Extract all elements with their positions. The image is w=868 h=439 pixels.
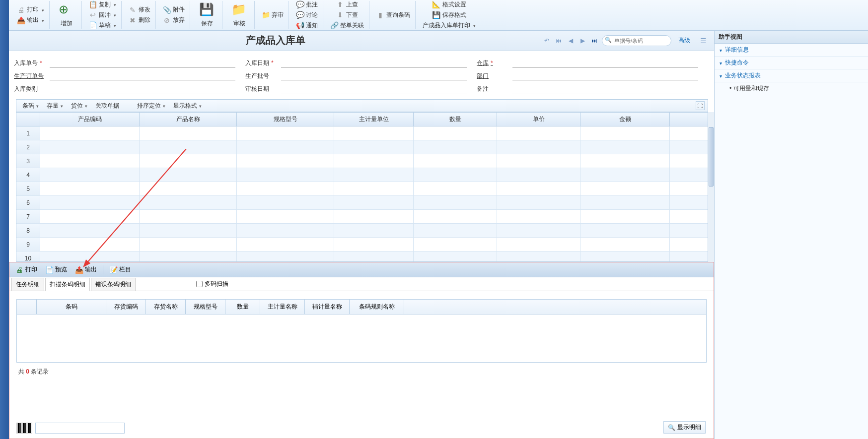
attach-icon: 📎 [163, 6, 171, 14]
prodorder-input[interactable] [50, 71, 235, 80]
undo-icon[interactable]: ↶ [542, 36, 551, 45]
indate-input[interactable] [281, 59, 467, 67]
warehouse-label: 仓库* [477, 59, 512, 67]
save-format-button[interactable]: 💾保存格式 [431, 10, 468, 20]
table-row[interactable]: 9 [16, 238, 708, 251]
inno-input[interactable] [50, 59, 235, 67]
sub-export[interactable]: 📤输出 [72, 264, 100, 275]
draft-button[interactable]: 📄草稿 [87, 20, 118, 31]
col-code[interactable]: 产品编码 [40, 113, 140, 126]
format-button[interactable]: 📐格式设置 [431, 0, 468, 10]
discuss-button[interactable]: 💬讨论 [294, 10, 320, 20]
approve-button[interactable]: 💬批注 [294, 0, 320, 10]
export-button[interactable]: 📤输出 [15, 15, 46, 25]
copy-icon: 📋 [89, 0, 97, 8]
next-icon[interactable]: ▶ [578, 36, 587, 45]
gt-sort[interactable]: 排序定位 [134, 101, 168, 111]
col-unit[interactable]: 主计量单位 [334, 113, 414, 126]
multiscan-input[interactable] [196, 281, 203, 287]
print-template-button[interactable]: 产成品入库单打印 [421, 20, 478, 31]
reject-button[interactable]: 📁弃审 [260, 10, 286, 20]
last-icon[interactable]: ⏭ [590, 36, 599, 45]
sg-rule[interactable]: 条码规则名称 [350, 300, 404, 314]
grid-body: 12345678910 [16, 126, 708, 261]
sg-invcode[interactable]: 存货编码 [106, 300, 146, 314]
sg-barcode[interactable]: 条码 [37, 300, 106, 314]
gt-barcode[interactable]: 条码 [19, 101, 42, 111]
table-row[interactable]: 1 [16, 126, 708, 140]
gt-stock[interactable]: 存量 [44, 101, 66, 111]
search-input[interactable] [602, 35, 671, 46]
sg-invname[interactable]: 存货名称 [146, 300, 186, 314]
expand-icon[interactable]: ⛶ [696, 101, 705, 110]
sg-mainunit[interactable]: 主计量名称 [260, 300, 305, 314]
sub-print[interactable]: 🖨打印 [12, 264, 40, 275]
warehouse-input[interactable] [512, 59, 698, 67]
discuss-icon: 💬 [296, 11, 304, 19]
scroll-thumb[interactable] [709, 127, 714, 187]
col-amount[interactable]: 金额 [580, 113, 670, 126]
add-button[interactable]: ⊕增加 [55, 0, 78, 30]
list-view-icon[interactable]: ☰ [698, 36, 708, 46]
col-name[interactable]: 产品名称 [140, 113, 237, 126]
table-row[interactable]: 4 [16, 168, 708, 182]
rp-sub-item[interactable]: 可用量和现存 [715, 82, 868, 95]
document-title: 产成品入库单 [9, 34, 542, 47]
rp-detail[interactable]: 详细信息 [715, 44, 868, 57]
form-area: 入库单号* 入库日期* 仓库* 生产订单号 生产批号 部门 入库类别 审核日期 … [14, 57, 708, 98]
attach-button[interactable]: 📎附件 [161, 4, 187, 15]
table-row[interactable]: 5 [16, 182, 708, 196]
sub-preview[interactable]: 📄预览 [42, 264, 70, 275]
table-row[interactable]: 6 [16, 196, 708, 210]
review-button[interactable]: 📁审核 [227, 0, 251, 30]
tab-error[interactable]: 错误条码明细 [91, 278, 136, 291]
sub-footer: 共 0 条记录 [9, 366, 714, 378]
barcode-input[interactable] [35, 423, 125, 434]
table-row[interactable]: 8 [16, 224, 708, 238]
table-row[interactable]: 7 [16, 210, 708, 224]
sg-auxunit[interactable]: 辅计量名称 [305, 300, 350, 314]
gt-loc[interactable]: 货位 [68, 101, 90, 111]
multiscan-checkbox[interactable]: 多码扫描 [196, 280, 228, 288]
table-row[interactable]: 2 [16, 140, 708, 154]
rp-bizstate[interactable]: 业务状态报表 [715, 69, 868, 82]
sub-cols[interactable]: 📝栏目 [106, 264, 134, 275]
relate-button[interactable]: 🔗整单关联 [328, 20, 366, 31]
gt-dispfmt[interactable]: 显示格式 [170, 101, 205, 111]
grid-scrollbar[interactable] [708, 112, 714, 262]
remark-input[interactable] [512, 84, 698, 93]
lookdown-button[interactable]: ⬇下查 [334, 10, 360, 20]
dept-input[interactable] [512, 71, 698, 80]
revert-button[interactable]: ↩回冲 [87, 10, 118, 20]
col-spec[interactable]: 规格型号 [237, 113, 334, 126]
first-icon[interactable]: ⏮ [554, 36, 563, 45]
notify-button[interactable]: 📢通知 [294, 20, 320, 31]
intype-input[interactable] [50, 84, 235, 93]
sg-qty[interactable]: 数量 [225, 300, 260, 314]
revert-icon: ↩ [89, 11, 97, 19]
auditdate-input[interactable] [281, 84, 467, 93]
advanced-link[interactable]: 高级 [678, 36, 690, 45]
gt-reldoc[interactable]: 关联单据 [92, 101, 122, 111]
batch-input[interactable] [281, 71, 467, 80]
remark-label: 备注 [477, 85, 512, 93]
rp-shortcut[interactable]: 快捷命令 [715, 57, 868, 69]
show-detail-button[interactable]: 🔍显示明细 [663, 421, 706, 434]
tab-task[interactable]: 任务明细 [11, 278, 44, 291]
rownum-cell: 10 [16, 251, 40, 261]
col-qty[interactable]: 数量 [414, 113, 497, 126]
save-button[interactable]: 💾保存 [195, 0, 219, 30]
prev-icon[interactable]: ◀ [566, 36, 575, 45]
query-barcode-button[interactable]: ▮查询条码 [374, 10, 412, 20]
copy-button[interactable]: 📋复制 [87, 0, 118, 10]
delete-button[interactable]: ✖删除 [127, 15, 152, 25]
table-row[interactable]: 10 [16, 251, 708, 261]
print-button[interactable]: 🖨打印 [15, 4, 46, 15]
modify-button[interactable]: ✎修改 [127, 4, 152, 15]
col-price[interactable]: 单价 [497, 113, 580, 126]
tab-scan[interactable]: 扫描条码明细 [45, 278, 90, 291]
sg-spec[interactable]: 规格型号 [186, 300, 225, 314]
table-row[interactable]: 3 [16, 154, 708, 168]
abandon-button[interactable]: ⊘放弃 [161, 15, 187, 25]
submit-button[interactable]: ⬆上查 [334, 0, 360, 10]
